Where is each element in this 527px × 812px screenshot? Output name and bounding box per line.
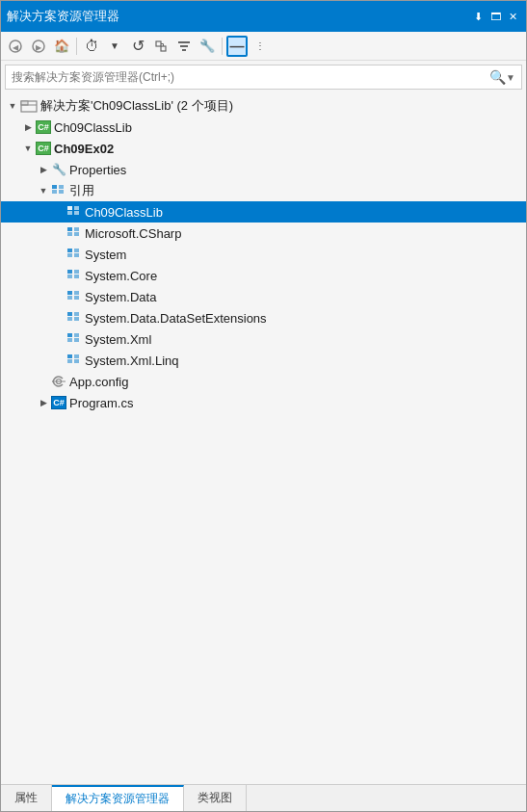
svg-rect-37 [74, 296, 79, 300]
filter-button[interactable] [173, 36, 195, 57]
solution-expander[interactable]: ▼ [5, 98, 20, 114]
svg-rect-24 [74, 227, 79, 231]
svg-rect-40 [74, 312, 79, 316]
search-dropdown[interactable]: ▼ [506, 72, 515, 83]
svg-rect-16 [59, 185, 64, 189]
tree-item-program-cs[interactable]: ▶ C# Program.cs [1, 392, 526, 413]
ref-icon-system-data [66, 290, 82, 303]
svg-rect-10 [182, 49, 186, 51]
settings-button[interactable]: 🔧 [197, 36, 218, 57]
label-ch09ex02-proj: Ch09Ex02 [51, 142, 114, 156]
expander-ch09ex02[interactable]: ▼ [20, 141, 36, 156]
more-button[interactable]: ⋮ [250, 36, 271, 57]
svg-text:◀: ◀ [13, 42, 19, 51]
ref-icon-system [66, 248, 82, 261]
toolbar: ◀ ▶ 🏠 ⏱ ▼ ↺ 🔧 — ⋮ [1, 32, 526, 61]
active-button[interactable]: — [226, 36, 248, 57]
toolbar-separator-1 [76, 38, 77, 55]
svg-rect-5 [161, 46, 166, 51]
expander-system [51, 247, 66, 262]
ref-icon-microsoft-csharp [66, 226, 82, 240]
svg-rect-38 [67, 312, 72, 316]
tree-item-ch09ex02-proj[interactable]: ▼ C# Ch09Ex02 [1, 138, 526, 159]
svg-rect-41 [74, 317, 79, 321]
tree-item-references[interactable]: ▼ 引用 [1, 180, 526, 201]
tree-item-microsoft-csharp[interactable]: Microsoft.CSharp [1, 223, 526, 244]
cs-icon-ch09classlib: C# [36, 120, 51, 134]
home-button[interactable]: 🏠 [51, 36, 72, 57]
svg-rect-36 [74, 291, 79, 295]
svg-rect-15 [52, 190, 57, 194]
label-system-xml-linq: System.Xml.Linq [82, 354, 179, 368]
sync-button[interactable]: ⏱ [81, 36, 102, 57]
svg-rect-30 [67, 270, 72, 274]
tab-properties[interactable]: 属性 [1, 785, 52, 811]
label-ch09classlib-proj: Ch09ClassLib [51, 120, 132, 135]
tab-class-view[interactable]: 类视图 [184, 785, 247, 811]
tree-area: ▼ 解决方案'Ch09ClassLib' (2 个项目) ▶ C# Ch09Cl… [1, 93, 526, 784]
ref-icon-system-data-dataset [66, 311, 82, 325]
expander-references[interactable]: ▼ [36, 183, 51, 198]
search-icon: 🔍 [489, 69, 506, 85]
expander-ch09classlib[interactable]: ▶ [20, 119, 36, 135]
svg-rect-23 [67, 232, 72, 236]
expander-app-config [36, 374, 51, 389]
expander-properties[interactable]: ▶ [36, 162, 51, 177]
label-properties: Properties [66, 163, 126, 177]
label-references: 引用 [66, 182, 94, 199]
svg-rect-39 [67, 317, 72, 321]
forward-button[interactable]: ▶ [28, 36, 49, 57]
tree-item-app-config[interactable]: App.config [1, 371, 526, 392]
tree-item-system[interactable]: System [1, 244, 526, 265]
svg-rect-19 [67, 211, 72, 215]
expander-microsoft-csharp [51, 225, 66, 241]
config-icon [51, 375, 66, 388]
pin-button[interactable]: ⬇ [470, 9, 486, 24]
expander-program-cs[interactable]: ▶ [36, 395, 51, 410]
label-system-xml: System.Xml [82, 332, 151, 347]
tree-item-ch09classlib-ref[interactable]: Ch09ClassLib [1, 201, 526, 223]
collapse-button[interactable] [150, 36, 171, 57]
svg-rect-43 [67, 338, 72, 342]
back-button[interactable]: ◀ [5, 36, 26, 57]
ref-icon-system-core [66, 269, 82, 282]
expander-system-data-dataset [51, 310, 66, 326]
svg-rect-4 [156, 41, 161, 46]
label-ch09classlib-ref: Ch09ClassLib [82, 205, 163, 220]
label-system-core: System.Core [82, 269, 157, 283]
refresh-button[interactable]: ↺ [127, 36, 148, 57]
tree-item-system-xml-linq[interactable]: System.Xml.Linq [1, 350, 526, 371]
references-icon [51, 184, 66, 197]
svg-rect-32 [74, 270, 79, 274]
tree-item-system-xml[interactable]: System.Xml [1, 328, 526, 350]
tree-item-ch09classlib-proj[interactable]: ▶ C# Ch09ClassLib [1, 117, 526, 138]
expander-system-data [51, 289, 66, 304]
solution-label: 解决方案'Ch09ClassLib' (2 个项目) [38, 97, 233, 115]
cs-icon-ch09ex02: C# [36, 142, 51, 155]
close-button[interactable]: ✕ [505, 9, 520, 24]
svg-rect-48 [74, 354, 79, 358]
tree-item-system-core[interactable]: System.Core [1, 265, 526, 286]
label-system: System [82, 248, 126, 262]
label-program-cs: Program.cs [66, 396, 133, 410]
search-input[interactable] [12, 70, 489, 84]
tab-solution-explorer[interactable]: 解决方案资源管理器 [52, 785, 184, 811]
label-app-config: App.config [66, 375, 128, 389]
svg-rect-18 [67, 206, 72, 210]
minimize-button[interactable]: 🗖 [487, 9, 503, 24]
svg-rect-45 [74, 338, 79, 342]
svg-rect-27 [67, 253, 72, 257]
svg-rect-47 [67, 359, 72, 363]
bottom-tabs: 属性 解决方案资源管理器 类视图 [1, 784, 526, 811]
svg-rect-29 [74, 253, 79, 257]
dropdown-arrow[interactable]: ▼ [104, 36, 125, 57]
svg-rect-20 [74, 206, 79, 210]
tree-item-properties[interactable]: ▶ 🔧 Properties [1, 159, 526, 180]
solution-root[interactable]: ▼ 解决方案'Ch09ClassLib' (2 个项目) [1, 95, 526, 117]
tree-item-system-data[interactable]: System.Data [1, 286, 526, 307]
solution-icon [20, 98, 38, 114]
search-bar: 🔍 ▼ [5, 65, 522, 90]
toolbar-separator-2 [222, 38, 223, 55]
tree-item-system-data-dataset[interactable]: System.Data.DataSetExtensions [1, 307, 526, 328]
ref-icon-system-xml-linq [66, 354, 82, 367]
